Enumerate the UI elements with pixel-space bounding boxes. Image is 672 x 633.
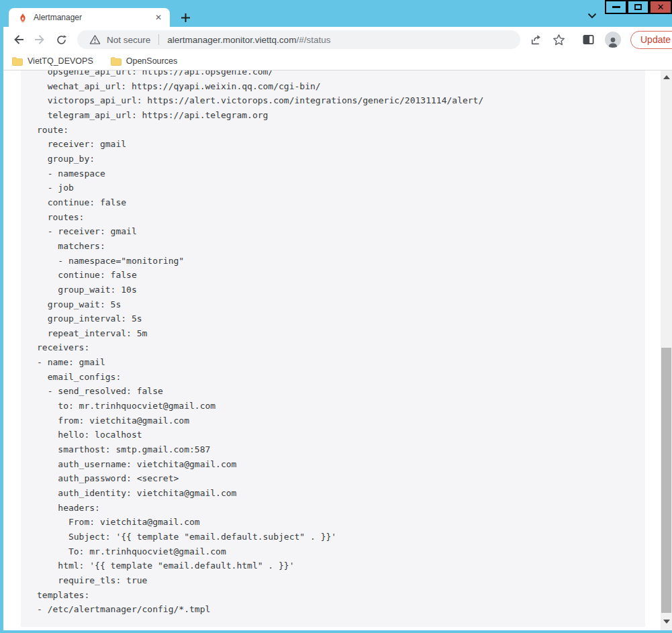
forward-button[interactable] [30, 30, 49, 49]
window-frame-bottom [0, 630, 672, 633]
triangle-down-icon [663, 620, 670, 624]
close-icon: ✕ [657, 3, 665, 11]
person-icon [607, 36, 619, 48]
new-tab-button[interactable] [177, 9, 193, 26]
bookmark-folder-opensources[interactable]: OpenSources [111, 56, 177, 66]
maximize-icon [634, 4, 642, 10]
alertmanager-flame-icon [18, 13, 28, 22]
bookmarks-bar: VietTQ_DEVOPS OpenSources [0, 52, 672, 70]
forward-arrow-icon [34, 34, 46, 46]
url-domain: alertmanager.monitor.viettq.com [167, 35, 296, 45]
not-secure-warning-icon [89, 34, 101, 45]
vertical-scrollbar[interactable] [661, 70, 672, 630]
share-button[interactable] [526, 30, 546, 50]
url-path: /#/status [296, 35, 330, 45]
triangle-up-icon [663, 75, 670, 79]
share-icon [529, 34, 542, 46]
tab-alertmanager[interactable]: Alertmanager ✕ [9, 8, 170, 27]
bookmark-folder-viettq-devops[interactable]: VietTQ_DEVOPS [12, 56, 93, 66]
maximize-button[interactable] [627, 0, 649, 14]
minimize-button[interactable] [605, 0, 627, 14]
back-button[interactable] [9, 30, 28, 49]
scroll-up-button[interactable] [661, 72, 672, 83]
update-label: Update [640, 34, 671, 45]
page-content: opsgenie_api_url: https://api.opsgenie.c… [0, 70, 672, 630]
bookmark-star-button[interactable] [548, 30, 569, 50]
side-panel-button[interactable] [578, 30, 598, 50]
minimize-icon [612, 6, 620, 8]
bookmark-label: OpenSources [126, 56, 177, 66]
tab-title: Alertmanager [34, 13, 152, 22]
bookmark-label: VietTQ_DEVOPS [28, 56, 93, 66]
folder-icon [111, 57, 122, 66]
chrome-update-button[interactable]: Update [630, 31, 672, 49]
tab-search-chevron-button[interactable] [585, 9, 599, 22]
browser-toolbar: Not secure alertmanager.monitor.viettq.c… [0, 27, 672, 52]
back-arrow-icon [13, 34, 25, 46]
profile-avatar[interactable] [605, 32, 621, 48]
window-controls: ✕ [605, 0, 672, 14]
plus-icon [181, 13, 191, 23]
url-text: alertmanager.monitor.viettq.com/#/status [167, 35, 330, 45]
titlebar: Alertmanager ✕ ✕ [0, 0, 672, 27]
tab-close-icon[interactable]: ✕ [152, 11, 164, 23]
omnibox-divider [158, 34, 159, 45]
reload-button[interactable] [52, 30, 70, 49]
chevron-down-icon [587, 13, 597, 19]
folder-icon [12, 57, 23, 66]
star-icon [553, 34, 565, 46]
reload-icon [56, 34, 67, 46]
scroll-down-button[interactable] [661, 616, 672, 627]
address-bar[interactable]: Not secure alertmanager.monitor.viettq.c… [77, 30, 520, 49]
alertmanager-config-yaml: opsgenie_api_url: https://api.opsgenie.c… [21, 70, 645, 617]
alertmanager-config-block: opsgenie_api_url: https://api.opsgenie.c… [21, 70, 645, 627]
scrollbar-thumb[interactable] [661, 348, 671, 613]
close-button[interactable]: ✕ [649, 0, 672, 14]
side-panel-icon [582, 34, 595, 46]
security-label: Not secure [107, 35, 150, 45]
window-frame-left [0, 27, 3, 633]
